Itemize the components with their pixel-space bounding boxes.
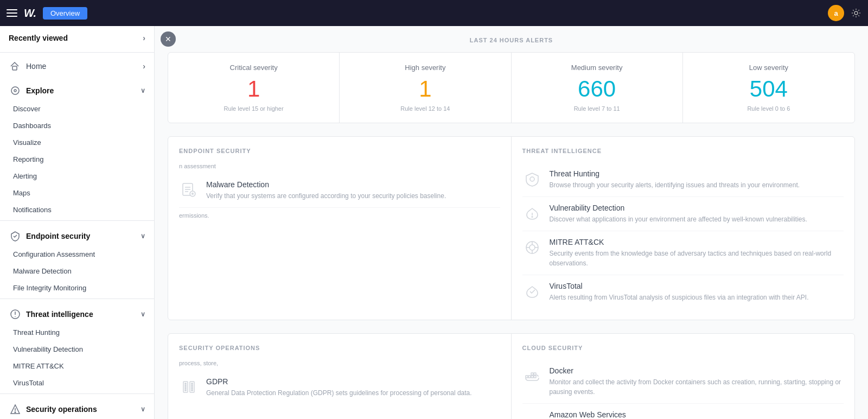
settings-icon[interactable]: [851, 8, 861, 18]
sidebar: Recently viewed › Home › Explor: [0, 26, 155, 419]
malware-detection-module[interactable]: Malware Detection Verify that your syste…: [179, 174, 500, 208]
explore-sub-item-alerting[interactable]: Alerting: [0, 168, 154, 185]
explore-sub-item-visualize[interactable]: Visualize: [0, 134, 154, 151]
explore-section[interactable]: Explore ∨: [0, 78, 154, 100]
svg-point-6: [14, 90, 16, 92]
user-avatar[interactable]: a: [828, 5, 844, 21]
partial-left-2: ermissions.: [179, 212, 500, 219]
threat-intelligence-label: Threat intelligence: [26, 310, 136, 319]
svg-rect-28: [185, 388, 186, 389]
docker-module[interactable]: Docker Monitor and collect the activity …: [522, 360, 844, 404]
svg-point-3: [854, 11, 858, 15]
threat-sub-hunting[interactable]: Threat Hunting: [0, 324, 154, 341]
vulnerability-detection-module[interactable]: Vulnerability Detection Discover what ap…: [522, 197, 844, 231]
security-operations-chevron: ∨: [141, 405, 145, 413]
mitre-title: MITRE ATT&CK: [550, 238, 844, 246]
low-label: Low severity: [694, 64, 844, 72]
svg-rect-27: [185, 385, 186, 386]
home-label: Home: [26, 62, 137, 71]
mitre-desc: Security events from the knowledge base …: [550, 249, 844, 268]
overview-tab[interactable]: Overview: [43, 7, 87, 20]
security-operations-module-section: SECURITY OPERATIONS process, store,: [168, 334, 512, 419]
modules-grid-1: ENDPOINT SECURITY n assessment: [168, 136, 855, 320]
endpoint-sub-fim[interactable]: File Integrity Monitoring: [0, 280, 154, 296]
high-rule: Rule level 12 to 14: [350, 105, 500, 112]
threat-hunting-icon: [522, 169, 542, 189]
svg-rect-26: [185, 383, 186, 384]
svg-rect-4: [12, 66, 17, 70]
explore-sub-item-maps[interactable]: Maps: [0, 185, 154, 201]
modules-grid-2: SECURITY OPERATIONS process, store,: [168, 333, 855, 419]
svg-point-5: [11, 87, 19, 94]
explore-sub-item-discover[interactable]: Discover: [0, 100, 154, 117]
threat-sub-vuln[interactable]: Vulnerability Detection: [0, 341, 154, 358]
endpoint-sub-config[interactable]: Configuration Assessment: [0, 246, 154, 263]
explore-icon: [9, 84, 22, 97]
docker-icon: [522, 366, 542, 386]
gdpr-title: GDPR: [206, 377, 472, 386]
svg-rect-33: [192, 388, 193, 389]
medium-label: Medium severity: [522, 64, 672, 72]
gdpr-desc: General Data Protection Regulation (GDPR…: [206, 388, 472, 398]
critical-severity-card: Critical severity 1 Rule level 15 or hig…: [168, 53, 340, 123]
malware-detection-desc: Verify that your systems are configured …: [206, 191, 446, 201]
svg-rect-29: [185, 390, 186, 391]
explore-chevron: ∨: [141, 87, 145, 94]
svg-rect-32: [192, 385, 193, 386]
aws-title: Amazon Web Services: [550, 410, 794, 419]
threat-sub-mitre[interactable]: MITRE ATT&CK: [0, 358, 154, 374]
high-severity-card: High severity 1 Rule level 12 to 14: [340, 53, 511, 123]
medium-severity-card: Medium severity 660 Rule level 7 to 11: [512, 53, 683, 123]
vulnerability-detection-content: Vulnerability Detection Discover what ap…: [550, 204, 807, 224]
svg-point-10: [15, 412, 16, 413]
critical-label: Critical severity: [179, 64, 328, 72]
critical-count: 1: [179, 76, 328, 102]
gdpr-icon: [179, 377, 199, 397]
svg-point-18: [532, 217, 533, 218]
vulnerability-detection-title: Vulnerability Detection: [550, 204, 807, 212]
sidebar-item-home[interactable]: Home ›: [0, 55, 154, 78]
gdpr-content: GDPR General Data Protection Regulation …: [206, 377, 472, 398]
malware-detection-content: Malware Detection Verify that your syste…: [206, 180, 446, 201]
svg-rect-38: [534, 376, 536, 378]
app-layout: Recently viewed › Home › Explor: [0, 26, 868, 419]
aws-module[interactable]: aws Amazon Web Services Security events …: [522, 404, 844, 419]
threat-hunting-content: Threat Hunting Browse through your secur…: [550, 169, 800, 190]
explore-sub-item-reporting[interactable]: Reporting: [0, 151, 154, 168]
menu-icon[interactable]: [7, 8, 17, 18]
mitre-module[interactable]: MITRE ATT&CK Security events from the kn…: [522, 231, 844, 275]
endpoint-security-icon: [9, 230, 22, 243]
app-logo: W.: [24, 7, 36, 20]
endpoint-security-module-section: ENDPOINT SECURITY n assessment: [168, 137, 512, 320]
security-operations-section[interactable]: Security operations ∨: [0, 396, 154, 419]
home-expand-chevron: ›: [143, 62, 145, 71]
cloud-section-title: CLOUD SECURITY: [522, 345, 844, 351]
virustotal-module[interactable]: VirusTotal Alerts resulting from VirusTo…: [522, 275, 844, 309]
explore-sub-item-dashboards[interactable]: Dashboards: [0, 117, 154, 134]
explore-sub-item-notifications[interactable]: Notifications: [0, 201, 154, 218]
vulnerability-detection-icon: [522, 204, 542, 223]
security-operations-label: Security operations: [26, 405, 136, 414]
threat-intelligence-section[interactable]: Threat intelligence ∨: [0, 301, 154, 324]
svg-rect-2: [7, 16, 17, 17]
endpoint-security-label: Endpoint security: [26, 232, 136, 240]
critical-rule: Rule level 15 or higher: [179, 105, 328, 112]
alerts-grid: Critical severity 1 Rule level 15 or hig…: [168, 52, 855, 123]
recently-viewed-label: Recently viewed: [9, 34, 68, 42]
endpoint-security-chevron: ∨: [141, 232, 145, 240]
close-button[interactable]: ✕: [161, 31, 176, 47]
malware-detection-title: Malware Detection: [206, 180, 446, 189]
aws-content: Amazon Web Services Security events rela…: [550, 410, 794, 419]
threat-sub-virustotal[interactable]: VirusTotal: [0, 374, 154, 391]
recently-viewed-header[interactable]: Recently viewed ›: [0, 26, 154, 50]
threat-hunting-title: Threat Hunting: [550, 169, 800, 178]
endpoint-sub-malware[interactable]: Malware Detection: [0, 263, 154, 280]
svg-rect-0: [7, 9, 17, 10]
malware-detection-icon: [179, 180, 199, 200]
endpoint-security-section[interactable]: Endpoint security ∨: [0, 223, 154, 246]
threat-hunting-module[interactable]: Threat Hunting Browse through your secur…: [522, 163, 844, 197]
main-content: ✕ LAST 24 HOURS ALERTS Critical severity…: [155, 26, 868, 419]
gdpr-module[interactable]: GDPR General Data Protection Regulation …: [179, 371, 500, 404]
low-severity-card: Low severity 504 Rule level 0 to 6: [683, 53, 854, 123]
high-count: 1: [350, 76, 500, 102]
